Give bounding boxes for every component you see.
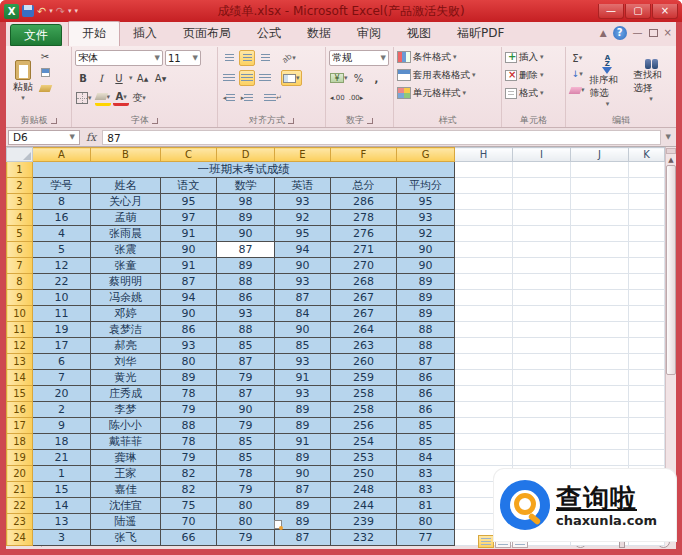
tab-view[interactable]: 视图 <box>394 22 444 46</box>
cell-B13[interactable]: 刘华 <box>91 354 161 370</box>
column-header-B[interactable]: B <box>91 148 161 162</box>
cell-G17[interactable]: 85 <box>397 418 455 434</box>
cell-B23[interactable]: 陆遥 <box>91 514 161 530</box>
cell-D13[interactable]: 87 <box>217 354 275 370</box>
cell-A13[interactable]: 6 <box>33 354 91 370</box>
vertical-scroll-thumb[interactable] <box>666 165 676 375</box>
cell-K16[interactable] <box>629 402 665 418</box>
cell-F16[interactable]: 258 <box>331 402 397 418</box>
cell-F13[interactable]: 260 <box>331 354 397 370</box>
cell-G19[interactable]: 84 <box>397 450 455 466</box>
cell-J9[interactable] <box>571 290 629 306</box>
cell-E12[interactable]: 85 <box>275 338 331 354</box>
cell-A24[interactable]: 3 <box>33 530 91 546</box>
row-header-20[interactable]: 20 <box>7 466 33 482</box>
cell-J16[interactable] <box>571 402 629 418</box>
cell-D8[interactable]: 88 <box>217 274 275 290</box>
phonetic-button[interactable]: 变▾ <box>131 90 147 106</box>
row-header-16[interactable]: 16 <box>7 402 33 418</box>
tab-page-layout[interactable]: 页面布局 <box>170 22 244 46</box>
cell-I7[interactable] <box>513 258 571 274</box>
cell-J11[interactable] <box>571 322 629 338</box>
maximize-button[interactable]: ▢ <box>625 4 651 19</box>
row-header-7[interactable]: 7 <box>7 258 33 274</box>
cell-B21[interactable]: 嘉佳 <box>91 482 161 498</box>
cell-D5[interactable]: 90 <box>217 226 275 242</box>
cell-H5[interactable] <box>455 226 513 242</box>
cell-I4[interactable] <box>513 210 571 226</box>
cell-K9[interactable] <box>629 290 665 306</box>
column-header-I[interactable]: I <box>513 148 571 162</box>
cell-J14[interactable] <box>571 370 629 386</box>
delete-cells-button[interactable]: 删除 <box>519 69 538 82</box>
top-align-button[interactable] <box>221 50 237 66</box>
cell-B8[interactable]: 蔡明明 <box>91 274 161 290</box>
cell-B2[interactable]: 姓名 <box>91 178 161 194</box>
cell-I1[interactable] <box>513 162 571 178</box>
cell-A14[interactable]: 7 <box>33 370 91 386</box>
cell-F12[interactable]: 263 <box>331 338 397 354</box>
cell-A15[interactable]: 20 <box>33 386 91 402</box>
paste-button[interactable]: 粘贴 ▾ <box>9 48 37 114</box>
cell-K5[interactable] <box>629 226 665 242</box>
normal-view-button[interactable] <box>478 535 494 548</box>
align-left-button[interactable] <box>221 70 237 86</box>
cell-I10[interactable] <box>513 306 571 322</box>
cell-E3[interactable]: 93 <box>275 194 331 210</box>
cell-J13[interactable] <box>571 354 629 370</box>
cell-F17[interactable]: 256 <box>331 418 397 434</box>
row-header-12[interactable]: 12 <box>7 338 33 354</box>
font-name-select[interactable]: 宋体▼ <box>75 50 163 66</box>
number-dialog-launcher-icon[interactable] <box>367 118 373 124</box>
cell-D21[interactable]: 79 <box>217 482 275 498</box>
cell-H16[interactable] <box>455 402 513 418</box>
cell-F21[interactable]: 248 <box>331 482 397 498</box>
fill-color-button[interactable]: ▾ <box>95 90 112 106</box>
cell-D4[interactable]: 89 <box>217 210 275 226</box>
cell-C17[interactable]: 88 <box>161 418 217 434</box>
cell-I17[interactable] <box>513 418 571 434</box>
row-header-8[interactable]: 8 <box>7 274 33 290</box>
cell-E15[interactable]: 93 <box>275 386 331 402</box>
cell-B7[interactable]: 张童 <box>91 258 161 274</box>
row-header-18[interactable]: 18 <box>7 434 33 450</box>
alignment-dialog-launcher-icon[interactable] <box>288 118 294 124</box>
cell-A5[interactable]: 4 <box>33 226 91 242</box>
cell-C16[interactable]: 79 <box>161 402 217 418</box>
cell-H4[interactable] <box>455 210 513 226</box>
cell-D15[interactable]: 87 <box>217 386 275 402</box>
cell-F5[interactable]: 276 <box>331 226 397 242</box>
cell-B4[interactable]: 孟萌 <box>91 210 161 226</box>
cell-C19[interactable]: 79 <box>161 450 217 466</box>
increase-indent-button[interactable]: ▸ <box>239 90 255 106</box>
cell-C11[interactable]: 86 <box>161 322 217 338</box>
cell-C12[interactable]: 93 <box>161 338 217 354</box>
cell-A17[interactable]: 9 <box>33 418 91 434</box>
cell-F7[interactable]: 270 <box>331 258 397 274</box>
decrease-indent-button[interactable]: ◂ <box>221 90 237 106</box>
select-all-corner[interactable] <box>7 148 33 162</box>
column-header-C[interactable]: C <box>161 148 217 162</box>
redo-icon[interactable]: ↷ <box>56 5 65 18</box>
tab-foxit-pdf[interactable]: 福昕PDF <box>444 22 517 46</box>
cell-C10[interactable]: 90 <box>161 306 217 322</box>
formula-bar-expand-icon[interactable]: ▼ <box>663 133 674 141</box>
row-header-10[interactable]: 10 <box>7 306 33 322</box>
cell-G6[interactable]: 90 <box>397 242 455 258</box>
cell-A23[interactable]: 13 <box>33 514 91 530</box>
cell-G13[interactable]: 87 <box>397 354 455 370</box>
cell-D17[interactable]: 79 <box>217 418 275 434</box>
collapse-ribbon-icon[interactable]: ▲ <box>600 28 607 38</box>
cell-I16[interactable] <box>513 402 571 418</box>
cell-E24[interactable]: 87 <box>275 530 331 546</box>
cell-A10[interactable]: 11 <box>33 306 91 322</box>
doc-restore-icon[interactable] <box>649 29 658 37</box>
cell-J7[interactable] <box>571 258 629 274</box>
cell-J8[interactable] <box>571 274 629 290</box>
cell-H17[interactable] <box>455 418 513 434</box>
italic-button[interactable]: I <box>93 70 109 86</box>
row-header-15[interactable]: 15 <box>7 386 33 402</box>
cell-H2[interactable] <box>455 178 513 194</box>
clipboard-dialog-launcher-icon[interactable] <box>51 118 57 124</box>
cell-B6[interactable]: 张震 <box>91 242 161 258</box>
